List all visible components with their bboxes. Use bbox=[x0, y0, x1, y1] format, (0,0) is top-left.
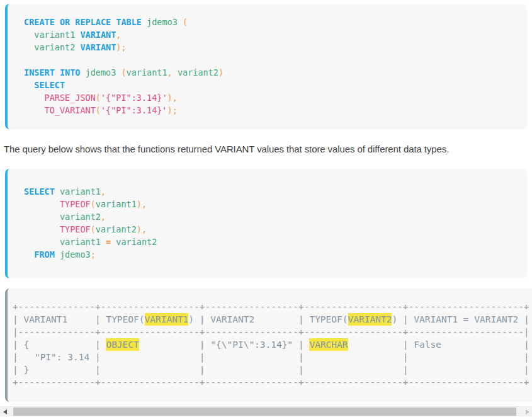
sql-code-block-select: SELECT variant1, TYPEOF(variant1), varia… bbox=[5, 169, 527, 278]
sql-code-block-create-insert: CREATE OR REPLACE TABLE jdemo3 ( variant… bbox=[5, 4, 527, 129]
body-paragraph: The query below shows that the functions… bbox=[4, 143, 507, 156]
query-output-block: +--------------+------------------+-----… bbox=[5, 288, 532, 402]
horizontal-scrollbar[interactable] bbox=[0, 406, 532, 416]
scroll-left-arrow-icon[interactable] bbox=[3, 409, 7, 414]
scroll-right-arrow-icon[interactable] bbox=[526, 409, 529, 414]
scrollbar-thumb[interactable] bbox=[13, 408, 516, 416]
